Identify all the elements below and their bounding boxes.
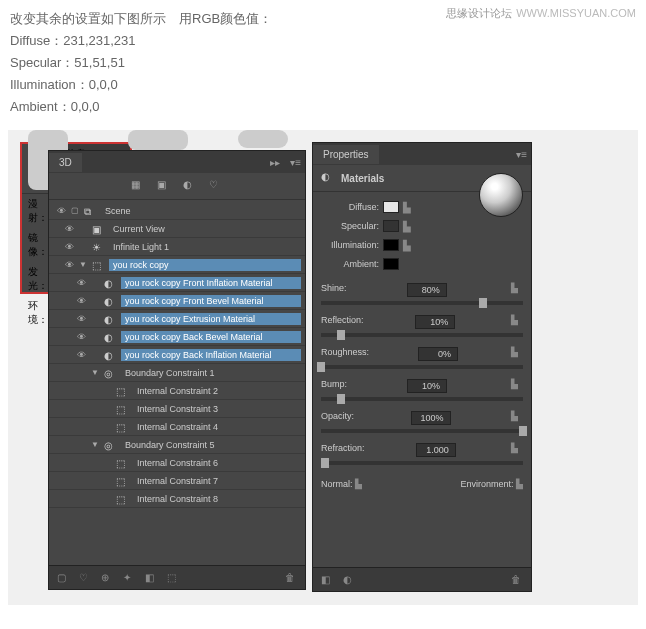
slider-track[interactable] [321, 461, 523, 465]
screenshot-container: 3D ▸▸ ▾≡ ▦ ▣ ◐ ♡ 👁▢⧉Scene 👁▣Current View… [8, 130, 638, 605]
tree-row-constraint[interactable]: ⬚Internal Constraint 2 [49, 382, 305, 400]
folder-icon[interactable]: ▙ [403, 240, 415, 250]
slider-track[interactable] [321, 301, 523, 305]
folder-icon[interactable]: ▙ [355, 479, 362, 489]
tree-row-constraint[interactable]: ⬚Internal Constraint 3 [49, 400, 305, 418]
normal-label: Normal: [321, 479, 353, 489]
panel-collapse-icon[interactable]: ▸▸ [264, 157, 286, 168]
prop-row-ambient: Ambient: [321, 255, 523, 273]
tree-row-constraint[interactable]: ⬚Internal Constraint 8 [49, 490, 305, 508]
filter-all-icon[interactable]: ▦ [131, 179, 145, 193]
tool-icon[interactable]: ◧ [321, 574, 333, 586]
tree-row-constraint[interactable]: ⬚Internal Constraint 4 [49, 418, 305, 436]
filter-mesh-icon[interactable]: ▣ [157, 179, 171, 193]
constraint-icon: ◎ [104, 440, 118, 450]
folder-icon[interactable]: ▙ [403, 221, 415, 231]
material-icon: ◐ [104, 332, 118, 342]
tree-row-material[interactable]: 👁◐you rock copy Front Inflation Material [49, 274, 305, 292]
slider-label: Opacity: [321, 411, 354, 425]
panel-3d-filter-toolbar: ▦ ▣ ◐ ♡ [49, 173, 305, 200]
slider-label: Roughness: [321, 347, 369, 361]
illumination-swatch[interactable] [383, 239, 399, 251]
filter-light-icon[interactable]: ♡ [209, 179, 223, 193]
tree-row-material[interactable]: 👁◐you rock copy Extrusion Material [49, 310, 305, 328]
constraint-icon: ◎ [104, 368, 118, 378]
folder-icon[interactable]: ▙ [511, 283, 523, 293]
panel-menu-icon[interactable]: ▾≡ [286, 157, 305, 168]
slider-shine: Shine:80%▙ [321, 281, 523, 305]
slider-value[interactable]: 0% [418, 347, 458, 361]
slider-thumb[interactable] [321, 458, 329, 468]
ambient-swatch[interactable] [383, 258, 399, 270]
tool-icon[interactable]: ◐ [343, 574, 355, 586]
scene-tree: 👁▢⧉Scene 👁▣Current View 👁☀Infinite Light… [49, 200, 305, 510]
chevron-down-icon[interactable]: ▼ [89, 440, 101, 449]
slider-refraction: Refraction:1.000▙ [321, 441, 523, 465]
filter-material-icon[interactable]: ◐ [183, 179, 197, 193]
tree-row-mesh-root[interactable]: 👁▼⬚you rock copy [49, 256, 305, 274]
slider-label: Bump: [321, 379, 347, 393]
slider-label: Refraction: [321, 443, 365, 457]
tool-icon[interactable]: ✦ [123, 572, 135, 584]
slider-label: Shine: [321, 283, 347, 297]
slider-track[interactable] [321, 365, 523, 369]
chevron-down-icon[interactable]: ▼ [89, 368, 101, 377]
tab-properties[interactable]: Properties [313, 145, 379, 164]
tree-row-constraint[interactable]: ▼◎Boundary Constraint 5 [49, 436, 305, 454]
material-icon: ◐ [104, 296, 118, 306]
environment-label: Environment: [460, 479, 513, 489]
tree-row-scene[interactable]: 👁▢⧉Scene [49, 202, 305, 220]
slider-value[interactable]: 100% [411, 411, 451, 425]
camera-icon: ▣ [92, 224, 106, 234]
delete-icon[interactable]: 🗑 [511, 574, 523, 586]
tab-3d[interactable]: 3D [49, 153, 82, 172]
slider-value[interactable]: 1.000 [416, 443, 456, 457]
tree-row-material[interactable]: 👁◐you rock copy Back Inflation Material [49, 346, 305, 364]
tree-row-constraint[interactable]: ▼◎Boundary Constraint 1 [49, 364, 305, 382]
folder-icon[interactable]: ▙ [511, 347, 523, 357]
panel-menu-icon[interactable]: ▾≡ [512, 149, 531, 160]
slider-value[interactable]: 80% [407, 283, 447, 297]
tree-row-material[interactable]: 👁◐you rock copy Front Bevel Material [49, 292, 305, 310]
delete-icon[interactable]: 🗑 [285, 572, 297, 584]
tree-row-current-view[interactable]: 👁▣Current View [49, 220, 305, 238]
folder-icon[interactable]: ▙ [511, 443, 523, 453]
slider-value[interactable]: 10% [415, 315, 455, 329]
folder-icon[interactable]: ▙ [511, 379, 523, 389]
tree-row-constraint[interactable]: ⬚Internal Constraint 6 [49, 454, 305, 472]
eye-icon[interactable]: 👁 [53, 206, 69, 216]
panel-3d-bottom-toolbar: ▢ ♡ ⊕ ✦ ◧ ⬚ 🗑 [49, 565, 305, 589]
material-preview[interactable] [479, 173, 523, 217]
slider-thumb[interactable] [479, 298, 487, 308]
scene-icon: ⧉ [84, 206, 98, 216]
diffuse-swatch[interactable] [383, 201, 399, 213]
slider-thumb[interactable] [519, 426, 527, 436]
folder-icon[interactable]: ▙ [511, 315, 523, 325]
slider-thumb[interactable] [337, 394, 345, 404]
add-icon[interactable]: ⊕ [101, 572, 113, 584]
folder-icon[interactable]: ▙ [516, 479, 523, 489]
slider-thumb[interactable] [317, 362, 325, 372]
watermark: 思缘设计论坛WWW.MISSYUAN.COM [446, 6, 636, 21]
slider-track[interactable] [321, 333, 523, 337]
tree-row-light[interactable]: 👁☀Infinite Light 1 [49, 238, 305, 256]
new-light-icon[interactable]: ♡ [79, 572, 91, 584]
chevron-down-icon[interactable]: ▼ [77, 260, 89, 269]
slider-thumb[interactable] [337, 330, 345, 340]
tool-icon[interactable]: ⬚ [167, 572, 179, 584]
slider-track[interactable] [321, 429, 523, 433]
render-icon[interactable]: ▢ [57, 572, 69, 584]
specular-swatch[interactable] [383, 220, 399, 232]
slider-bump: Bump:10%▙ [321, 377, 523, 401]
material-icon: ◐ [104, 278, 118, 288]
prop-row-specular: Specular: ▙ [321, 217, 523, 235]
tree-row-material[interactable]: 👁◐you rock copy Back Bevel Material [49, 328, 305, 346]
properties-title: Materials [341, 173, 384, 184]
tree-row-constraint[interactable]: ⬚Internal Constraint 7 [49, 472, 305, 490]
slider-track[interactable] [321, 397, 523, 401]
folder-icon[interactable]: ▙ [511, 411, 523, 421]
tool-icon[interactable]: ◧ [145, 572, 157, 584]
slider-value[interactable]: 10% [407, 379, 447, 393]
material-icon: ◐ [104, 350, 118, 360]
folder-icon[interactable]: ▙ [403, 202, 415, 212]
